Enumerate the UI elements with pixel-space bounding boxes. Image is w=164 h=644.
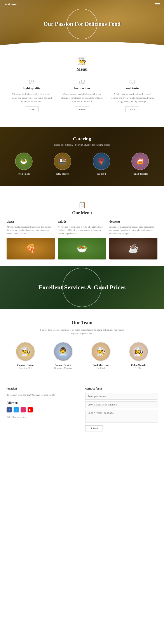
location-address: 28 Jackson Blvd Ste 1020 Chicago IL 6060… <box>7 393 79 397</box>
catering-item-salads: 🥗 fresh salads <box>15 152 33 176</box>
catering-circle-platters: 🍱 <box>54 152 71 170</box>
catering-items: 🥗 fresh salads 🍱 party platters 🦞 sea fo… <box>4 152 160 176</box>
menu-col-2: 02 best recipes We use cookies and simil… <box>57 78 107 112</box>
logo: Restaurant <box>4 2 18 6</box>
menu-col-3: 03 real taste A light, sour wheat dough … <box>107 78 157 112</box>
team-member-2: 👨‍💼 Samuel Schick Restaurant Manager <box>53 342 73 369</box>
contact-name-input[interactable] <box>85 393 157 400</box>
contact-heading: contact form <box>85 387 157 390</box>
catering-circle-vegan: 🍰 <box>131 152 149 170</box>
catering-label-platters: party platters <box>54 172 71 176</box>
hero-section: Restaurant Our Passion For Delicious Foo… <box>0 0 164 48</box>
menu-card-salads: salads At vero eos et accusamus et iusto… <box>58 220 106 260</box>
member-4-role: Co-Chief <box>129 367 148 369</box>
menu-book-icon: 📋 <box>7 202 157 209</box>
member-2-role: Restaurant Manager <box>53 367 73 369</box>
col-1-more-button[interactable]: more <box>25 106 39 112</box>
social-icons-group: f t i ▶ <box>7 407 79 412</box>
avatar-celia-icon: 👩‍🍳 <box>129 342 148 361</box>
menu-intro-title: Menu <box>0 67 164 72</box>
seafood-icon: 🦞 <box>93 153 110 170</box>
avatar-connor-icon: 👨‍🍳 <box>16 342 35 361</box>
our-menu-section: 📋 Our Menu pizza At vero eos et accusamu… <box>0 193 164 266</box>
avatar-fred-icon: 👨‍🍳 <box>92 342 110 361</box>
follow-heading: follow us <box>7 401 79 404</box>
team-member-1: 👨‍🍳 Connor Quinn Executive Chef <box>16 342 35 369</box>
team-grid: 👨‍🍳 Connor Quinn Executive Chef 👨‍💼 Samu… <box>7 342 157 369</box>
hamburger-menu-icon[interactable] <box>155 3 160 6</box>
col-3-text: A light, sour wheat dough with roasted w… <box>110 92 154 103</box>
team-member-3: 👨‍🍳 Fred Morrison Co-Chief <box>91 342 111 369</box>
avatar-samuel-icon: 👨‍💼 <box>54 342 72 361</box>
member-3-name: Fred Morrison <box>91 364 111 367</box>
col-3-num: 03 <box>110 78 154 85</box>
copyright: ©2018 Privacy policy <box>7 416 79 418</box>
avatar-connor: 👨‍🍳 <box>16 342 35 362</box>
menu-grid: pizza At vero eos et accusamus et iusto … <box>7 220 157 260</box>
catering-title: Catering <box>4 136 160 142</box>
desserts-image: ☕ <box>109 238 157 260</box>
youtube-icon[interactable]: ▶ <box>28 407 33 412</box>
salads-icon: 🥗 <box>16 153 32 170</box>
col-2-more-button[interactable]: more <box>75 106 89 112</box>
col-2-text: We use cookies and similar tracking and … <box>60 92 104 103</box>
contact-email-input[interactable] <box>85 401 157 408</box>
salads-title: salads <box>58 220 106 224</box>
contact-message-input[interactable] <box>85 410 157 423</box>
pizza-emoji: 🍕 <box>7 238 55 260</box>
services-circle-decoration <box>62 268 102 307</box>
catering-wave-bottom <box>0 186 164 193</box>
menu-card-pizza: pizza At vero eos et accusamus et iusto … <box>7 220 55 260</box>
catering-wave-top <box>0 121 164 128</box>
our-menu-title: Our Menu <box>7 210 157 216</box>
catering-label-seafood: sea food <box>93 172 110 176</box>
team-section: Our Team Sample text. Lorem ipsum dolor … <box>0 309 164 378</box>
team-title: Our Team <box>7 320 157 326</box>
desserts-emoji: ☕ <box>109 238 157 260</box>
col-3-more-button[interactable]: more <box>125 106 139 112</box>
col-2-num: 02 <box>60 78 104 85</box>
avatar-samuel: 👨‍💼 <box>53 342 73 362</box>
instagram-icon[interactable]: i <box>21 407 26 412</box>
follow-section: follow us f t i ▶ <box>7 401 79 412</box>
services-section: Excellent Services & Good Prices <box>0 266 164 309</box>
facebook-icon[interactable]: f <box>7 407 12 412</box>
twitter-icon[interactable]: t <box>14 407 19 412</box>
col-1-heading: hight quality <box>10 86 54 90</box>
hero-content: Our Passion For Delicious Food <box>44 20 121 27</box>
pizza-image: 🍕 <box>7 238 55 260</box>
member-2-name: Samuel Schick <box>53 364 73 367</box>
col-2-heading: best recipes <box>60 86 104 90</box>
avatar-celia: 👩‍🍳 <box>129 342 148 362</box>
catering-item-seafood: 🦞 sea food <box>93 152 110 176</box>
pizza-title: pizza <box>7 220 55 224</box>
menu-columns: 01 hight quality We serve the highest qu… <box>0 72 164 114</box>
team-member-4: 👩‍🍳 Celia Almeda Co-Chief <box>129 342 148 369</box>
location-heading: location <box>7 387 79 390</box>
salads-emoji: 🥗 <box>58 238 106 260</box>
team-subtitle: Sample text. Lorem ipsum dolor sit amet,… <box>38 328 126 335</box>
footer-grid: location 28 Jackson Blvd Ste 1020 Chicag… <box>7 387 157 432</box>
submit-button[interactable]: Submit <box>85 425 103 432</box>
catering-circle-salads: 🥗 <box>15 152 33 170</box>
menu-intro-section: 👨‍🍳 Menu 01 hight quality We serve the h… <box>0 48 164 121</box>
col-3-heading: real taste <box>110 86 154 90</box>
salads-image: 🥗 <box>58 238 106 260</box>
catering-item-platters: 🍱 party platters <box>54 152 71 176</box>
footer-left: location 28 Jackson Blvd Ste 1020 Chicag… <box>7 387 79 432</box>
member-1-role: Executive Chef <box>16 367 35 369</box>
catering-label-salads: fresh salads <box>15 172 33 176</box>
col-1-text: We serve the highest quality of prepared… <box>10 92 54 103</box>
desserts-text: At vero eos et accusamus et iusto odio d… <box>109 225 157 235</box>
col-1-num: 01 <box>10 78 54 85</box>
vegan-icon: 🍰 <box>132 153 148 170</box>
footer-right: contact form Submit <box>85 387 157 432</box>
footer: location 28 Jackson Blvd Ste 1020 Chicag… <box>0 378 164 440</box>
member-4-name: Celia Almeda <box>129 364 148 367</box>
menu-col-1: 01 hight quality We serve the highest qu… <box>7 78 57 112</box>
catering-subtitle: please call at least 24 hours in advance… <box>4 144 160 146</box>
platters-icon: 🍱 <box>54 153 71 170</box>
hero-title: Our Passion For Delicious Food <box>44 20 121 27</box>
menu-card-desserts: desserts At vero eos et accusamus et ius… <box>109 220 157 260</box>
pizza-text: At vero eos et accusamus et iusto odio d… <box>7 225 55 235</box>
